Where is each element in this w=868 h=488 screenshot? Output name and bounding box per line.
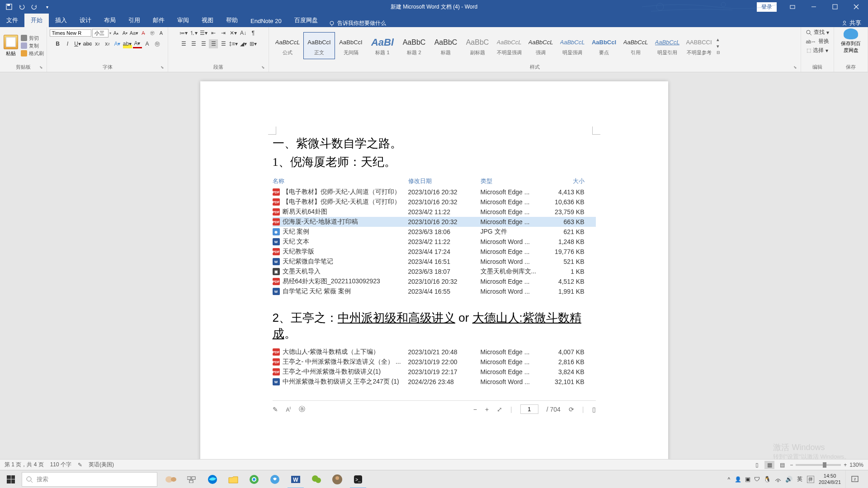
undo-icon[interactable] — [17, 2, 26, 11]
app-chrome[interactable] — [244, 470, 264, 488]
shading-icon[interactable]: ◢▾ — [239, 39, 248, 48]
tab-view[interactable]: 视图 — [195, 14, 220, 27]
bold-button[interactable]: B — [53, 39, 62, 48]
print-layout-icon[interactable]: ▦ — [764, 461, 774, 469]
style-item[interactable]: AaBbCcL引用 — [620, 32, 651, 59]
multilevel-icon[interactable]: ☰▾ — [199, 28, 208, 38]
zoom-in-button[interactable]: + — [844, 462, 847, 468]
tray-clock[interactable]: 14:50 2024/8/21 — [819, 473, 841, 485]
tab-references[interactable]: 引用 — [122, 14, 146, 27]
style-item[interactable]: AaBbCcL不明显强调 — [493, 32, 525, 59]
asian-layout-icon[interactable]: ✕▾ — [229, 28, 238, 38]
document-area[interactable]: 一、紫微斗数自学之路。 1、倪海厦老师：天纪。 名称 修改日期 类型 大小 PD… — [0, 72, 868, 472]
select-button[interactable]: ⬚选择▾ — [807, 47, 828, 54]
zoom-out-icon[interactable]: − — [473, 406, 477, 413]
format-painter-button[interactable]: 格式刷 — [21, 50, 44, 57]
decrease-indent-icon[interactable]: ⇤ — [209, 28, 218, 38]
app-edge[interactable] — [203, 470, 222, 488]
find-button[interactable]: 查找▾ — [806, 28, 829, 36]
tray-cast-icon[interactable]: ▣ — [745, 476, 750, 483]
zoom-level[interactable]: 130% — [849, 462, 863, 468]
copy-button[interactable]: 复制 — [21, 42, 44, 49]
underline-button[interactable]: U▾ — [73, 39, 82, 48]
draw-icon[interactable]: ✎ — [273, 406, 278, 413]
tab-mailings[interactable]: 邮件 — [146, 14, 171, 27]
style-item[interactable]: AABBCCI不明显参考 — [683, 32, 715, 59]
char-shading-icon[interactable]: A — [143, 39, 152, 48]
page-number-input[interactable] — [520, 404, 538, 414]
tell-me-search[interactable]: 告诉我你想要做什么 — [329, 19, 386, 27]
page-status[interactable]: 第 1 页，共 4 页 — [5, 461, 44, 469]
tab-home[interactable]: 开始 — [24, 14, 49, 27]
borders-icon[interactable]: ⊞▾ — [249, 39, 258, 48]
subscript-button[interactable]: x2 — [93, 39, 102, 48]
zoom-slider[interactable] — [796, 464, 841, 466]
style-item[interactable]: AaBbC副标题 — [462, 32, 493, 59]
highlight-icon[interactable]: ab▾ — [123, 39, 132, 48]
font-color-icon[interactable]: A▾ — [133, 39, 142, 48]
change-case-icon[interactable]: Aa▾ — [130, 28, 138, 38]
qat-more-icon[interactable]: ▾ — [42, 2, 52, 11]
page-view-icon[interactable]: ▯ — [592, 406, 596, 413]
increase-indent-icon[interactable]: ⇥ — [219, 28, 228, 38]
style-item[interactable]: AaBbCcI要点 — [588, 32, 620, 59]
language-status[interactable]: 英语(美国) — [89, 461, 114, 469]
tray-overflow-icon[interactable]: ^ — [727, 476, 730, 483]
align-justify-icon[interactable]: ☰ — [209, 39, 218, 48]
style-item[interactable]: AaBbCcI无间隔 — [335, 32, 367, 59]
task-view-icon[interactable] — [182, 470, 202, 488]
fit-page-icon[interactable]: ⤢ — [497, 406, 502, 413]
tray-ime[interactable]: 英 — [797, 475, 802, 483]
taskbar-search[interactable]: 搜索 — [22, 472, 157, 487]
style-item[interactable]: AaBbCcI正文 — [303, 32, 335, 59]
tray-ime-mode[interactable]: 拼 — [807, 476, 814, 483]
styles-more-icon[interactable]: ▴▾⊟ — [715, 37, 722, 55]
font-size-input[interactable]: 小三 — [92, 29, 108, 38]
zoom-out-button[interactable]: − — [790, 462, 793, 468]
paste-button[interactable]: 粘贴 — [3, 34, 19, 58]
phonetic-icon[interactable]: ㊥ — [148, 28, 156, 38]
font-name-input[interactable]: Times New R — [50, 29, 91, 37]
text-effects-icon[interactable]: A▾ — [113, 39, 122, 48]
char-border-icon[interactable]: A — [157, 28, 165, 38]
app-baidu[interactable] — [265, 470, 285, 488]
strike-button[interactable]: abc — [83, 39, 92, 48]
replace-button[interactable]: ab↔替换 — [806, 38, 829, 45]
style-item[interactable]: AaBbCcL明显引用 — [651, 32, 683, 59]
clipboard-launcher-icon[interactable]: ⬊ — [39, 65, 43, 70]
bullets-icon[interactable]: ≔▾ — [179, 28, 188, 38]
style-item[interactable]: AaBbC标题 2 — [398, 32, 430, 59]
save-cloud-button[interactable]: 保存到百度网盘 — [840, 28, 862, 54]
app-avatar[interactable] — [327, 470, 347, 488]
tab-help[interactable]: 帮助 — [220, 14, 244, 27]
italic-button[interactable]: I — [63, 39, 72, 48]
word-count[interactable]: 110 个字 — [50, 461, 71, 469]
ribbon-display-icon[interactable] — [782, 0, 802, 14]
share-button[interactable]: 共享 — [841, 19, 861, 27]
tab-endnote[interactable]: EndNote 20 — [244, 15, 288, 27]
start-button[interactable] — [0, 470, 22, 488]
app-wechat[interactable] — [307, 470, 326, 488]
app-assistant[interactable] — [161, 470, 181, 488]
tab-baidu[interactable]: 百度网盘 — [288, 14, 324, 27]
numbering-icon[interactable]: ⒈▾ — [189, 28, 198, 38]
paragraph-launcher-icon[interactable]: ⬊ — [261, 65, 265, 70]
tab-review[interactable]: 审阅 — [171, 14, 195, 27]
minimize-icon[interactable] — [803, 0, 824, 14]
tray-volume-icon[interactable]: 🔊 — [785, 476, 793, 483]
read-mode-icon[interactable]: ▯ — [752, 461, 762, 469]
style-item[interactable]: AaBbCcL公式 — [272, 32, 303, 59]
cut-button[interactable]: 剪切 — [21, 35, 44, 42]
align-center-icon[interactable]: ☰ — [189, 39, 198, 48]
rotate-icon[interactable]: ⟳ — [569, 406, 574, 413]
zoom-in-icon[interactable]: + — [485, 406, 489, 413]
tab-insert[interactable]: 插入 — [49, 14, 73, 27]
tray-defender-icon[interactable]: 🛡 — [754, 476, 760, 483]
enclose-char-icon[interactable]: ㊞ — [153, 39, 162, 48]
read-aloud-icon[interactable]: ⓐ — [299, 405, 305, 413]
style-item[interactable]: AaBl标题 1 — [367, 32, 398, 59]
tab-layout[interactable]: 布局 — [98, 14, 122, 27]
style-item[interactable]: AaBbCcL强调 — [525, 32, 557, 59]
tab-design[interactable]: 设计 — [73, 14, 98, 27]
app-explorer[interactable] — [223, 470, 243, 488]
